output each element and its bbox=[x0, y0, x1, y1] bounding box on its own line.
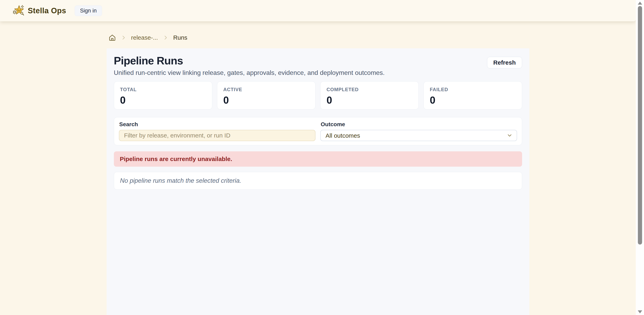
brand-name: Stella Ops bbox=[28, 7, 66, 15]
stella-ops-logo-icon bbox=[13, 5, 24, 17]
stat-value: 0 bbox=[430, 94, 516, 106]
content-container: release-... Runs Pipeline Runs Unified r… bbox=[107, 21, 529, 315]
panel-header-text: Pipeline Runs Unified run-centric view l… bbox=[114, 55, 385, 77]
app-header: Stella Ops Sign in bbox=[0, 0, 636, 21]
breadcrumb: release-... Runs bbox=[109, 34, 529, 42]
search-field: Search bbox=[119, 121, 316, 141]
stat-value: 0 bbox=[120, 94, 206, 106]
outcome-select[interactable]: All outcomes bbox=[320, 130, 517, 141]
search-input[interactable] bbox=[119, 130, 316, 141]
outcome-select-wrapper: All outcomes bbox=[320, 130, 517, 141]
breadcrumb-current: Runs bbox=[173, 34, 187, 41]
empty-state: No pipeline runs match the selected crit… bbox=[114, 172, 522, 190]
scrollbar-thumb[interactable] bbox=[638, 6, 642, 244]
home-icon bbox=[109, 34, 116, 41]
main-area: release-... Runs Pipeline Runs Unified r… bbox=[0, 21, 636, 315]
pipeline-runs-panel: Pipeline Runs Unified run-centric view l… bbox=[107, 48, 529, 315]
error-banner: Pipeline runs are currently unavailable. bbox=[114, 151, 522, 167]
stat-label: ACTIVE bbox=[223, 87, 309, 92]
scroll-up-arrow-icon[interactable] bbox=[638, 2, 642, 5]
outcome-label: Outcome bbox=[321, 121, 517, 127]
breadcrumb-release-link[interactable]: release-... bbox=[131, 34, 158, 41]
page-title: Pipeline Runs bbox=[114, 55, 385, 66]
stat-card-total: TOTAL 0 bbox=[114, 81, 212, 110]
search-label: Search bbox=[119, 121, 316, 127]
stat-label: COMPLETED bbox=[326, 87, 412, 92]
panel-header: Pipeline Runs Unified run-centric view l… bbox=[114, 55, 522, 77]
stat-card-completed: COMPLETED 0 bbox=[320, 81, 419, 110]
sign-in-button[interactable]: Sign in bbox=[75, 6, 102, 16]
stat-value: 0 bbox=[326, 94, 412, 106]
stat-card-failed: FAILED 0 bbox=[424, 81, 522, 110]
page-subtitle: Unified run-centric view linking release… bbox=[114, 69, 385, 77]
scrollbar[interactable] bbox=[636, 0, 644, 315]
breadcrumb-home-link[interactable] bbox=[109, 34, 116, 41]
chevron-right-icon bbox=[163, 35, 168, 41]
outcome-field: Outcome All outcomes bbox=[320, 121, 517, 141]
stat-card-active: ACTIVE 0 bbox=[217, 81, 316, 110]
chevron-right-icon bbox=[121, 35, 126, 41]
brand: Stella Ops bbox=[13, 5, 66, 17]
stats-row: TOTAL 0 ACTIVE 0 COMPLETED 0 FAILED 0 bbox=[114, 81, 522, 110]
refresh-button[interactable]: Refresh bbox=[487, 57, 522, 69]
scroll-down-arrow-icon[interactable] bbox=[638, 310, 642, 313]
stat-label: TOTAL bbox=[120, 87, 206, 92]
filters-card: Search Outcome All outcomes bbox=[114, 117, 522, 145]
stat-value: 0 bbox=[223, 94, 309, 106]
stat-label: FAILED bbox=[430, 87, 516, 92]
